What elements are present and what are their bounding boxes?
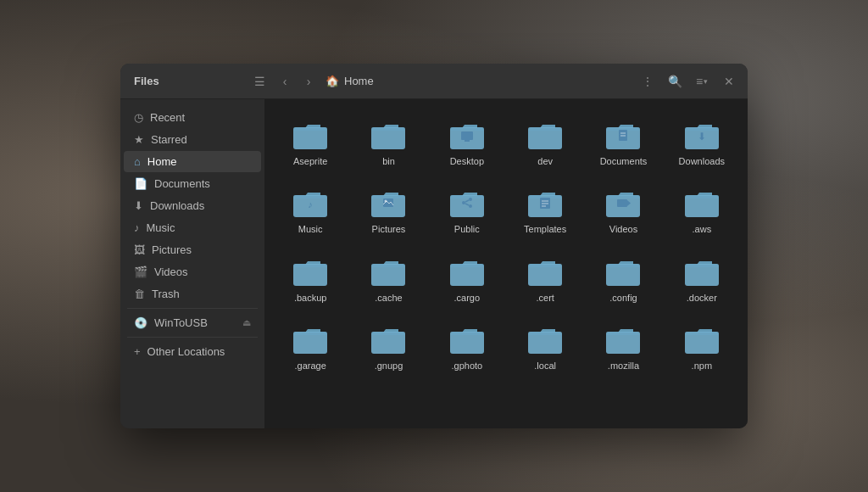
folder-item-garage[interactable]: .garage <box>273 312 348 377</box>
folder-label-docker: .docker <box>687 292 717 304</box>
svg-rect-7 <box>465 140 470 142</box>
folder-icon-dev <box>523 115 567 152</box>
svg-rect-57 <box>293 332 327 335</box>
sidebar-item-videos[interactable]: 🎬 Videos <box>124 261 261 282</box>
folder-item-dev[interactable]: dev <box>508 108 582 172</box>
sidebar-label-pictures: Pictures <box>152 243 192 256</box>
sidebar-separator-2 <box>127 337 258 338</box>
back-button[interactable]: ‹ <box>275 71 295 92</box>
close-button[interactable]: ✕ <box>717 70 741 93</box>
folder-item-downloads[interactable]: ⬇ Downloads <box>665 108 739 172</box>
forward-button[interactable]: › <box>298 71 319 92</box>
home-icon: ⌂ <box>134 155 141 168</box>
sidebar-label-downloads: Downloads <box>150 199 204 212</box>
folder-icon-aseprite <box>288 115 332 152</box>
folder-item-aws[interactable]: .aws <box>665 176 739 240</box>
svg-rect-59 <box>371 332 405 335</box>
folder-item-pictures[interactable]: Pictures <box>351 176 426 240</box>
svg-rect-63 <box>528 332 562 335</box>
folder-item-public[interactable]: Public <box>430 176 504 240</box>
folder-item-documents[interactable]: Documents <box>586 108 660 172</box>
folder-label-templates: Templates <box>524 223 566 235</box>
svg-rect-65 <box>606 332 640 335</box>
folder-item-cache[interactable]: .cache <box>351 244 426 309</box>
folder-item-aseprite[interactable]: Aseprite <box>273 108 348 172</box>
folder-label-config: .config <box>609 292 637 304</box>
svg-point-29 <box>469 204 472 208</box>
svg-rect-55 <box>685 264 719 267</box>
folder-label-pictures: Pictures <box>372 223 406 235</box>
sidebar-item-other[interactable]: + Other Locations <box>124 341 261 362</box>
folder-label-desktop: Desktop <box>450 155 484 167</box>
folder-icon-gphoto <box>445 319 489 356</box>
folder-item-docker[interactable]: .docker <box>665 244 739 309</box>
folder-icon-mozilla <box>601 319 645 356</box>
folder-item-local[interactable]: .local <box>508 312 582 377</box>
sidebar-label-home: Home <box>147 155 177 168</box>
sidebar-label-videos: Videos <box>154 266 188 278</box>
folder-item-gphoto[interactable]: .gphoto <box>430 312 504 377</box>
folder-icon-docker <box>680 251 724 288</box>
svg-rect-49 <box>450 264 484 267</box>
sidebar-item-music[interactable]: ♪ Music <box>124 217 261 238</box>
folder-label-backup: .backup <box>294 292 327 304</box>
svg-rect-40 <box>617 199 627 207</box>
usb-icon: 💿 <box>134 316 147 329</box>
folder-icon-gnupg <box>366 319 410 356</box>
folder-item-templates[interactable]: Templates <box>508 176 582 240</box>
folder-icon-backup <box>288 251 332 288</box>
videos-icon: 🎬 <box>134 266 147 278</box>
folder-item-npm[interactable]: .npm <box>665 312 739 377</box>
folder-label-cert: .cert <box>536 292 554 304</box>
sidebar-label-trash: Trash <box>152 288 180 300</box>
folder-item-config[interactable]: .config <box>586 244 660 309</box>
sidebar-label-wintousb: WinToUSB <box>154 316 208 329</box>
folder-icon-documents <box>601 115 645 152</box>
folder-item-desktop[interactable]: Desktop <box>430 108 504 172</box>
pictures-icon: 🖼 <box>134 243 145 256</box>
sidebar-item-home[interactable]: ⌂ Home <box>124 151 261 172</box>
folder-item-mozilla[interactable]: .mozilla <box>586 312 660 377</box>
sidebar-item-starred[interactable]: ★ Starred <box>124 129 261 150</box>
svg-rect-6 <box>461 131 473 140</box>
folder-icon-config <box>601 251 645 288</box>
folder-label-aws: .aws <box>693 223 712 235</box>
folder-label-cache: .cache <box>375 292 402 304</box>
menu-button[interactable]: ⋮ <box>636 70 659 93</box>
search-button[interactable]: 🔍 <box>663 70 687 93</box>
folder-item-backup[interactable]: .backup <box>273 244 348 309</box>
hamburger-button[interactable]: ☰ <box>248 70 271 93</box>
folder-icon-cert <box>523 251 567 288</box>
folder-item-cert[interactable]: .cert <box>508 244 582 309</box>
svg-rect-47 <box>371 264 405 267</box>
svg-rect-45 <box>293 264 327 267</box>
svg-rect-22 <box>371 195 405 198</box>
folder-item-music[interactable]: ♪ Music <box>273 176 348 240</box>
folder-item-cargo[interactable]: .cargo <box>430 244 504 309</box>
svg-rect-67 <box>685 332 719 335</box>
svg-rect-43 <box>685 195 719 198</box>
folder-item-bin[interactable]: bin <box>351 108 426 172</box>
file-manager: Files ☰ ‹ › 🏠 Home ⋮ 🔍 ≡ ▾ ✕ ◷ Recent <box>120 64 748 428</box>
sidebar-item-documents[interactable]: 📄 Documents <box>124 173 261 194</box>
view-toggle-button[interactable]: ≡ ▾ <box>690 70 714 93</box>
sidebar-label-other: Other Locations <box>147 345 225 358</box>
folder-label-gphoto: .gphoto <box>451 360 482 372</box>
sidebar-item-trash[interactable]: 🗑 Trash <box>124 283 261 305</box>
svg-rect-5 <box>450 127 484 131</box>
folder-label-garage: .garage <box>295 360 326 372</box>
sidebar-item-pictures[interactable]: 🖼 Pictures <box>124 239 261 260</box>
folder-item-gnupg[interactable]: .gnupg <box>351 312 426 377</box>
folder-label-local: .local <box>534 360 556 372</box>
sidebar-item-wintousb[interactable]: 💿 WinToUSB ⏏ <box>124 312 261 333</box>
sidebar-item-downloads[interactable]: ⬇ Downloads <box>124 195 261 216</box>
sidebar-item-recent[interactable]: ◷ Recent <box>124 107 261 128</box>
folder-item-videos[interactable]: Videos <box>586 176 660 240</box>
add-icon: + <box>134 345 141 358</box>
svg-rect-3 <box>371 127 405 131</box>
eject-icon[interactable]: ⏏ <box>242 317 251 328</box>
folder-label-bin: bin <box>382 155 395 167</box>
folder-icon-npm <box>680 319 724 356</box>
chevron-down-icon: ▾ <box>704 77 708 86</box>
header-bar: Files ☰ ‹ › 🏠 Home ⋮ 🔍 ≡ ▾ ✕ <box>120 64 748 99</box>
